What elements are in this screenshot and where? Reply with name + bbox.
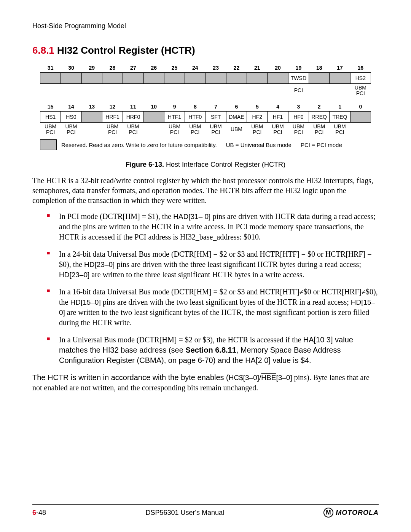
list-item: In PCI mode (DCTR[HM] = $1), the HAD[31–… bbox=[59, 211, 379, 242]
legend-pci: PCI = PCI mode bbox=[301, 142, 342, 148]
page-number: 6-48 bbox=[32, 509, 46, 517]
bullet-list: In PCI mode (DCTR[HM] = $1), the HAD[31–… bbox=[32, 211, 379, 366]
section-title-text: HI32 Control Register (HCTR) bbox=[57, 45, 195, 56]
page-footer: 6-48 DSP56301 User's Manual M MOTOROLA bbox=[32, 508, 379, 518]
bit-number-row-low: 15141312 111098 7654 3210 bbox=[40, 102, 371, 112]
list-item: In a 16-bit data Universal Bus mode (DCT… bbox=[59, 287, 379, 328]
list-item: In a 24-bit data Universal Bus mode (DCT… bbox=[59, 249, 379, 280]
reserved-swatch bbox=[40, 139, 57, 150]
field-row-low: HS1 HS0 HRF1 HRF0 HTF1 HTF0 SFT DMAE HF2… bbox=[40, 112, 371, 123]
field-row-high: TWSD HS2 bbox=[40, 73, 371, 84]
figure-caption-text: Host Interface Control Register (HCTR) bbox=[166, 161, 285, 168]
section-heading: 6.8.1 HI32 Control Register (HCTR) bbox=[32, 45, 379, 56]
legend-ub: UB = Universal Bus mode bbox=[226, 142, 292, 148]
footer-center: DSP56301 User's Manual bbox=[145, 509, 224, 517]
intro-paragraph: The HCTR is a 32-bit read/write control … bbox=[32, 176, 379, 205]
outro-paragraph: The HCTR is written in accordance with t… bbox=[32, 372, 379, 393]
motorola-icon: M bbox=[323, 508, 333, 518]
brand-logo: M MOTOROLA bbox=[323, 508, 379, 518]
bit-number-row-high: 31302928 27262524 23222120 19181716 bbox=[40, 63, 371, 73]
register-diagram: 31302928 27262524 23222120 19181716 TWSD… bbox=[40, 63, 371, 136]
brand-text: MOTOROLA bbox=[336, 509, 379, 517]
footer-rule bbox=[32, 504, 379, 505]
legend: Reserved. Read as zero. Write to zero fo… bbox=[40, 139, 371, 150]
legend-reserved: Reserved. Read as zero. Write to zero fo… bbox=[61, 142, 217, 148]
running-header: Host-Side Programming Model bbox=[32, 22, 379, 30]
list-item: In a Universal Bus mode (DCTR[HM] = $2 o… bbox=[59, 335, 379, 366]
figure-caption: Figure 6-13. Host Interface Control Regi… bbox=[32, 161, 379, 169]
figure-label: Figure 6-13. bbox=[126, 161, 164, 168]
mode-row-high: PCI UBM PCI bbox=[40, 84, 371, 98]
mode-row-low: UBM PCI UBM PCI UBM PCI UBM PCI UBM PCI … bbox=[40, 123, 371, 137]
section-number: 6.8.1 bbox=[32, 45, 54, 56]
